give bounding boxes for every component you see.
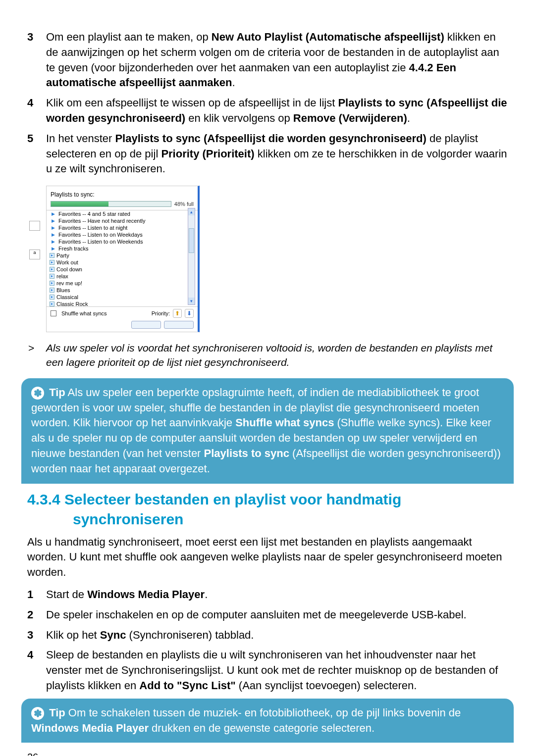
sync-panel-figure: a Playlists to sync: 48% full ▶Favorites… (46, 186, 508, 332)
playlist-list[interactable]: ▶Favorites -- 4 and 5 star rated▶Favorit… (47, 210, 198, 307)
playlist-item[interactable]: ▸Blues (49, 287, 196, 294)
priority-up-icon[interactable]: ⬆ (173, 309, 182, 318)
playlist-item[interactable]: ▸Classical (49, 294, 196, 301)
playlist-item[interactable]: ▶Fresh tracks (49, 245, 196, 252)
step-number: 1 (27, 587, 46, 603)
playlist-item-label: Fresh tracks (58, 246, 89, 252)
playlist-item-label: Party (56, 252, 69, 258)
playlist-item-label: Favorites -- Have not heard recently (58, 218, 145, 224)
tip-icon: ✽ (31, 707, 44, 720)
playlist-item-label: relax (56, 273, 68, 279)
playlist-item[interactable]: ▸Work out (49, 259, 196, 266)
play-triangle-icon: ▶ (50, 225, 56, 231)
tip-icon: ✽ (31, 387, 44, 400)
play-triangle-icon: ▶ (50, 246, 56, 252)
step-body: Sleep de bestanden en playlists die u wi… (46, 648, 508, 693)
scroll-down-icon[interactable]: ▾ (188, 298, 195, 304)
capacity-bar (51, 201, 171, 207)
priority-label: Priority: (152, 310, 170, 316)
panel-button[interactable] (164, 321, 194, 329)
tip-lead: Tip (49, 706, 65, 719)
playlist-item-label: Favorites -- Listen to on Weekends (58, 239, 143, 245)
scrollbar[interactable]: ▴ ▾ (188, 208, 195, 305)
step-body: Klik op het Sync (Synchroniseren) tabbla… (46, 628, 254, 643)
page-number: 26 (27, 752, 508, 756)
play-triangle-icon: ▶ (50, 239, 56, 245)
scroll-up-icon[interactable]: ▴ (188, 208, 195, 215)
playlist-item[interactable]: ▶Favorites -- Listen to on Weekends (49, 238, 196, 245)
playlist-item[interactable]: ▸Classic Rock (49, 301, 196, 307)
playlist-item[interactable]: ▸rev me up! (49, 280, 196, 287)
side-tab[interactable]: a (29, 250, 40, 259)
step-item: 4Sleep de bestanden en playlists die u w… (27, 648, 508, 693)
playlist-item-label: Classical (56, 294, 78, 300)
play-triangle-icon: ▶ (50, 232, 56, 238)
playlist-item-label: Favorites -- 4 and 5 star rated (58, 211, 130, 217)
step-number: 3 (27, 30, 46, 91)
step-item: 5In het venster Playlists to sync (Afspe… (27, 131, 508, 177)
note-arrow-icon: > (28, 341, 46, 369)
note-text: Als uw speler vol is voordat het synchro… (46, 341, 508, 369)
capacity-bar-fill (51, 202, 108, 206)
playlist-square-icon: ▸ (50, 288, 54, 293)
panel-title: Playlists to sync: (47, 189, 198, 200)
step-item: 3Om een playlist aan te maken, op New Au… (27, 30, 508, 91)
playlist-square-icon: ▸ (50, 281, 54, 286)
tip-box-shuffle: ✽ Tip Als uw speler een beperkte opslagr… (21, 378, 514, 484)
playlists-to-sync-panel: a Playlists to sync: 48% full ▶Favorites… (46, 186, 200, 332)
playlist-item[interactable]: ▸Cool down (49, 266, 196, 273)
tip-lead: Tip (49, 386, 65, 399)
playlist-item-label: Favorites -- Listen to on Weekdays (58, 232, 143, 238)
step-body: Om een playlist aan te maken, op New Aut… (46, 30, 508, 91)
heading-line2: synchroniseren (27, 509, 508, 530)
step-number: 4 (27, 96, 46, 126)
playlist-square-icon: ▸ (50, 260, 54, 265)
note-line: > Als uw speler vol is voordat het synch… (46, 341, 508, 369)
playlist-item-label: Cool down (56, 266, 82, 272)
playlist-item-label: Work out (56, 259, 78, 265)
side-tab[interactable] (29, 221, 40, 231)
capacity-percent-label: 48% full (174, 201, 194, 207)
playlist-item[interactable]: ▶Favorites -- Have not heard recently (49, 217, 196, 224)
section-heading-4-3-4: 4.3.4 Selecteer bestanden en playlist vo… (27, 490, 508, 530)
step-body: In het venster Playlists to sync (Afspee… (46, 131, 508, 177)
priority-down-icon[interactable]: ⬇ (185, 309, 194, 318)
playlist-item[interactable]: ▶Favorites -- Listen to on Weekdays (49, 231, 196, 238)
step-item: 2De speler inschakelen en op de computer… (27, 607, 508, 623)
step-number: 5 (27, 131, 46, 177)
playlist-item[interactable]: ▸Party (49, 252, 196, 259)
step-number: 2 (27, 607, 46, 623)
panel-button[interactable] (131, 321, 161, 329)
playlist-item-label: Classic Rock (56, 301, 88, 307)
step-list-b: 1Start de Windows Media Player.2De spele… (27, 587, 508, 694)
document-page: 3Om een playlist aan te maken, op New Au… (0, 0, 535, 756)
playlist-item-label: Blues (56, 287, 70, 293)
play-triangle-icon: ▶ (50, 218, 56, 224)
step-body: Start de Windows Media Player. (46, 587, 208, 603)
step-body: De speler inschakelen en op de computer … (46, 607, 467, 623)
play-triangle-icon: ▶ (50, 211, 56, 217)
playlist-item[interactable]: ▸relax (49, 273, 196, 280)
step-item: 1Start de Windows Media Player. (27, 587, 508, 603)
step-item: 3Klik op het Sync (Synchroniseren) tabbl… (27, 628, 508, 643)
shuffle-label: Shuffle what syncs (61, 310, 107, 316)
step-number: 3 (27, 628, 46, 643)
playlist-square-icon: ▸ (50, 267, 54, 272)
step-body: Klik om een afspeellijst te wissen op de… (46, 96, 508, 126)
playlist-item-label: Favorites -- Listen to at night (58, 225, 127, 231)
playlist-item[interactable]: ▶Favorites -- 4 and 5 star rated (49, 210, 196, 217)
intro-paragraph: Als u handmatig synchroniseert, moet eer… (27, 535, 508, 580)
playlist-square-icon: ▸ (50, 302, 54, 306)
tip-box-switch-library: ✽ Tip Om te schakelen tussen de muziek- … (21, 699, 514, 743)
step-item: 4Klik om een afspeellijst te wissen op d… (27, 96, 508, 126)
playlist-square-icon: ▸ (50, 295, 54, 300)
shuffle-checkbox[interactable] (51, 310, 56, 316)
step-number: 4 (27, 648, 46, 693)
scroll-thumb[interactable] (189, 228, 194, 253)
side-tabs: a (29, 221, 44, 259)
playlist-square-icon: ▸ (50, 274, 54, 279)
playlist-item-label: rev me up! (56, 280, 82, 286)
step-list-a: 3Om een playlist aan te maken, op New Au… (27, 30, 508, 177)
heading-line1: 4.3.4 Selecteer bestanden en playlist vo… (27, 491, 401, 507)
playlist-item[interactable]: ▶Favorites -- Listen to at night (49, 224, 196, 231)
